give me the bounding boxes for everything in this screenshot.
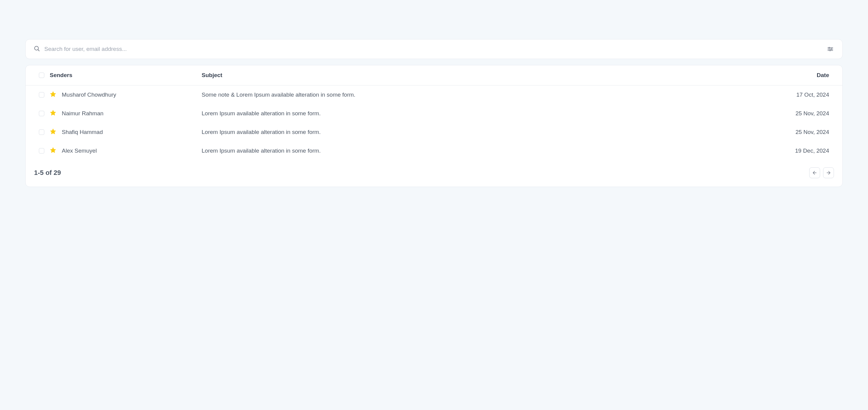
star-icon[interactable]	[50, 91, 56, 99]
date-cell: 19 Dec, 2024	[751, 147, 829, 154]
sender-name: Shafiq Hammad	[62, 129, 103, 135]
prev-page-button[interactable]	[809, 167, 820, 178]
search-icon	[33, 45, 40, 53]
column-header-senders: Senders	[50, 72, 72, 78]
svg-marker-10	[50, 129, 56, 134]
svg-line-1	[38, 50, 39, 51]
star-icon[interactable]	[50, 147, 56, 155]
pagination-summary: 1-5 of 29	[34, 169, 61, 177]
subject-cell: Lorem Ipsum available alteration in some…	[202, 147, 751, 154]
sender-cell: Musharof Chowdhury	[39, 91, 202, 99]
next-page-button[interactable]	[823, 167, 834, 178]
date-cell: 25 Nov, 2024	[751, 110, 829, 117]
sliders-icon	[827, 46, 834, 53]
sender-cell: Shafiq Hammad	[39, 128, 202, 136]
svg-marker-11	[50, 147, 56, 152]
star-icon[interactable]	[50, 128, 56, 136]
arrow-right-icon	[826, 170, 831, 175]
row-checkbox[interactable]	[39, 111, 44, 116]
sender-name: Naimur Rahman	[62, 110, 103, 117]
table-row[interactable]: Musharof Chowdhury Some note & Lorem Ips…	[26, 86, 842, 104]
row-checkbox[interactable]	[39, 130, 44, 135]
date-cell: 25 Nov, 2024	[751, 129, 829, 135]
sender-cell: Naimur Rahman	[39, 110, 202, 117]
table-header: Senders Subject Date	[26, 65, 842, 86]
column-header-date: Date	[751, 72, 829, 78]
header-senders-group: Senders	[39, 72, 202, 78]
svg-point-0	[35, 46, 38, 50]
pagination-controls	[809, 167, 834, 178]
table-row[interactable]: Alex Semuyel Lorem Ipsum available alter…	[26, 141, 842, 160]
table-footer: 1-5 of 29	[26, 160, 842, 186]
subject-cell: Lorem Ipsum available alteration in some…	[202, 129, 751, 135]
search-left	[33, 45, 826, 53]
row-checkbox[interactable]	[39, 92, 44, 98]
svg-marker-8	[50, 92, 56, 97]
sender-cell: Alex Semuyel	[39, 147, 202, 155]
filter-button[interactable]	[826, 45, 835, 53]
search-input[interactable]	[44, 46, 826, 53]
table-row[interactable]: Shafiq Hammad Lorem Ipsum available alte…	[26, 123, 842, 141]
svg-marker-9	[50, 110, 56, 115]
arrow-left-icon	[812, 170, 817, 175]
row-checkbox[interactable]	[39, 148, 44, 153]
email-table: Senders Subject Date Musharof Chowdhury …	[25, 65, 843, 187]
date-cell: 17 Oct, 2024	[751, 92, 829, 98]
sender-name: Alex Semuyel	[62, 147, 97, 154]
table-row[interactable]: Naimur Rahman Lorem Ipsum available alte…	[26, 104, 842, 123]
select-all-checkbox[interactable]	[39, 73, 44, 78]
subject-cell: Lorem Ipsum available alteration in some…	[202, 110, 751, 117]
search-bar	[25, 39, 843, 59]
sender-name: Musharof Chowdhury	[62, 92, 116, 98]
star-icon[interactable]	[50, 110, 56, 117]
subject-cell: Some note & Lorem Ipsum available altera…	[202, 92, 751, 98]
column-header-subject: Subject	[202, 72, 751, 78]
